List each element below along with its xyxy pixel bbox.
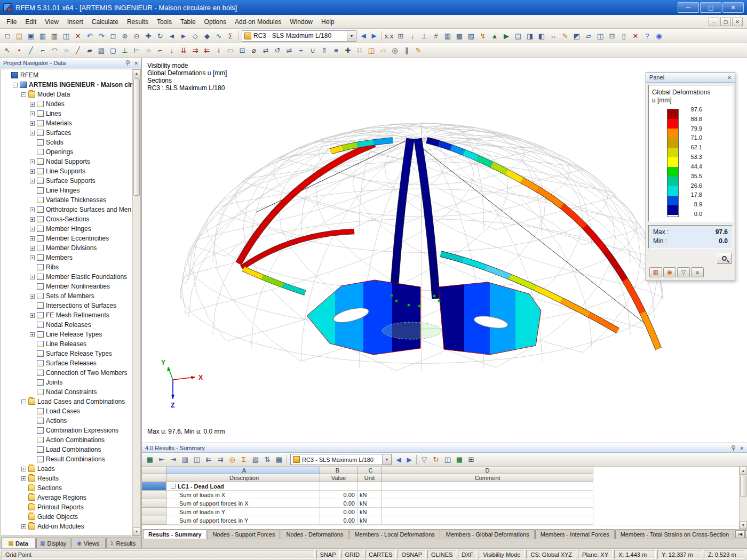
row-comment[interactable]	[382, 491, 593, 499]
display-factors-tab-icon[interactable]: ◉	[663, 267, 676, 277]
tree-expander[interactable]: +	[30, 294, 35, 299]
tree-item[interactable]: + Nodes	[1, 99, 132, 109]
status-toggle[interactable]: CARTES	[365, 550, 396, 559]
solid-tool-icon[interactable]: ▧	[96, 44, 107, 56]
member-load-icon[interactable]: ⇊	[178, 44, 189, 56]
rotate-view-icon[interactable]: ↻	[154, 30, 166, 42]
render-mode-icon[interactable]: ◆	[201, 30, 213, 42]
tree-item[interactable]: Load Cases	[1, 406, 132, 416]
menu-item[interactable]: Insert	[63, 16, 88, 28]
isometric-view-icon[interactable]: ◇	[189, 30, 201, 42]
navigator-tab[interactable]: ▦ Display	[36, 538, 71, 548]
results-next-button[interactable]: ▶	[404, 454, 415, 466]
menu-item[interactable]: Edit	[21, 16, 41, 28]
plane-xy-icon[interactable]: ▱	[377, 44, 389, 56]
menu-item[interactable]: View	[41, 16, 63, 28]
regenerate-icon[interactable]: ↻	[430, 454, 442, 466]
find-in-table-icon[interactable]: ◎	[226, 454, 238, 466]
next-view-icon[interactable]: ►	[178, 30, 189, 42]
row-comment[interactable]	[382, 499, 593, 508]
snap-settings-icon[interactable]: ◎	[389, 44, 401, 56]
menu-item[interactable]: Options	[200, 16, 231, 28]
table-scrollbar[interactable]	[739, 467, 747, 529]
calculation-icon[interactable]: Σ	[225, 30, 236, 42]
tree-item[interactable]: + Member Divisions	[1, 243, 132, 253]
undo-icon[interactable]: ↶	[84, 30, 96, 42]
circle-tool-icon[interactable]: ○	[60, 44, 72, 56]
module-strip-icon[interactable]: ▯	[618, 30, 630, 42]
tree-item[interactable]: + Cross-Sections	[1, 214, 132, 224]
sync-view-icon[interactable]: ⇅	[261, 454, 273, 466]
extrude-icon[interactable]: ⇑	[319, 44, 330, 56]
next-load-case-button[interactable]: ▶	[369, 30, 379, 42]
menu-item[interactable]: Window	[285, 16, 317, 28]
tree-expander[interactable]: +	[30, 131, 35, 135]
menu-item[interactable]: Add-on Modules	[231, 16, 285, 28]
column-letter[interactable]: D	[382, 467, 593, 474]
line-support-icon[interactable]: ⊨	[131, 44, 142, 56]
row-selector[interactable]	[142, 516, 166, 525]
table-row[interactable]: Sum of loads in X 0.00 kN	[142, 491, 739, 499]
status-toggle[interactable]: GRID	[341, 550, 364, 559]
row-value[interactable]: 0.00	[320, 516, 357, 525]
tree-item[interactable]: Connection of Two Members	[1, 368, 132, 378]
status-toggle[interactable]: GLINES	[427, 550, 456, 559]
panel-zoom-button[interactable]	[717, 253, 732, 264]
tree-item[interactable]: Load Combinations	[1, 445, 132, 454]
generate-mesh-icon[interactable]: ▨	[465, 30, 477, 42]
tree-item[interactable]: + Member Hinges	[1, 224, 132, 234]
result-filter-icon[interactable]: ◫	[191, 454, 203, 466]
tree-item[interactable]: + Materials	[1, 118, 132, 128]
table-row[interactable]: Sum of support forces in Y 0.00 kN	[142, 516, 739, 525]
row-unit[interactable]: kN	[357, 491, 382, 499]
tree-item[interactable]: RFEM	[1, 70, 132, 80]
guidelines-icon[interactable]: ∥	[401, 44, 412, 56]
mdi-close-button[interactable]: ✕	[732, 18, 743, 26]
row-unit[interactable]: kN	[357, 508, 382, 516]
surface-load-icon[interactable]: ⇉	[189, 44, 201, 56]
results-tab[interactable]: Members - Total Strains on Cross-Section	[615, 530, 734, 539]
table-settings-icon[interactable]: ▦	[144, 454, 156, 466]
row-selector[interactable]	[142, 491, 166, 499]
results-tab[interactable]: Nodes - Support Forces	[208, 530, 281, 539]
navigator-scrollbar[interactable]	[132, 69, 140, 535]
tree-item[interactable]: + Members	[1, 253, 132, 262]
info-icon[interactable]: ◉	[653, 30, 665, 42]
tables-icon[interactable]: ▦	[442, 30, 454, 42]
tree-item[interactable]: Average Regions	[1, 493, 132, 502]
tree-item[interactable]: + Sets of Members	[1, 291, 132, 301]
tree-expander[interactable]: +	[30, 159, 35, 164]
table-view-icon[interactable]: ◫	[442, 454, 454, 466]
first-tab-button[interactable]: |◀	[735, 530, 745, 538]
tree-item[interactable]: Actions	[1, 416, 132, 426]
tree-item[interactable]: - Load Cases and Combinations	[1, 397, 132, 406]
tree-expander[interactable]: +	[30, 111, 35, 116]
tree-item[interactable]: Line Releases	[1, 339, 132, 349]
results-combo-dropdown-arrow[interactable]	[382, 454, 391, 465]
save-icon[interactable]: ▣	[25, 30, 37, 42]
tree-item[interactable]: Surface Releases	[1, 358, 132, 368]
results-tab[interactable]: Members - Local Deformations	[349, 530, 440, 539]
tree-item[interactable]: Intersections of Surfaces	[1, 301, 132, 310]
tree-item[interactable]: Line Hinges	[1, 186, 132, 195]
filter-results-icon[interactable]: ▽	[418, 454, 430, 466]
print-icon[interactable]: ▥	[49, 30, 60, 42]
results-close-icon[interactable]	[740, 445, 744, 451]
results-tab[interactable]: Members - Global Deformations	[441, 530, 535, 539]
select-special-icon[interactable]: ▭	[225, 44, 236, 56]
tree-item[interactable]: Solids	[1, 138, 132, 147]
close-button[interactable]: ✕	[722, 2, 744, 13]
mirror-icon[interactable]: ⇌	[283, 44, 295, 56]
mdi-minimize-button[interactable]: ─	[709, 18, 719, 26]
table-print-icon[interactable]: ▤	[273, 454, 285, 466]
line-load-icon[interactable]: ⇇	[201, 44, 213, 56]
export-excel-icon[interactable]: ▦	[454, 454, 465, 466]
tree-item[interactable]: Nodal Constraints	[1, 387, 132, 397]
results-previous-button[interactable]: ◀	[393, 454, 404, 466]
mdi-restore-button[interactable]: ▢	[720, 18, 731, 26]
row-comment[interactable]	[382, 516, 593, 525]
tree-item[interactable]: - ARTEMIS INGENIEUR - Maison circu	[1, 80, 132, 90]
animation-icon[interactable]: ▶	[500, 30, 512, 42]
surface-tool-icon[interactable]: ▰	[84, 44, 96, 56]
connect-icon[interactable]: ∪	[307, 44, 319, 56]
